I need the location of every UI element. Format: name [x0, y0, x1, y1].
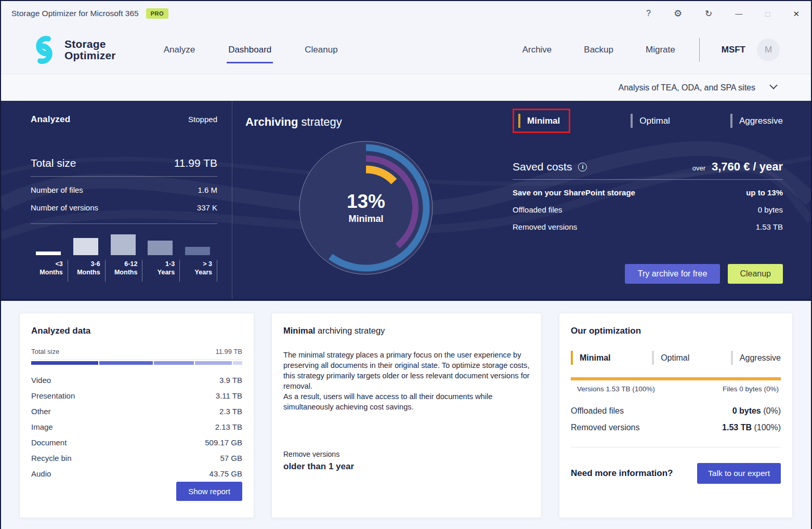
- age-bar-group: 3-6Months: [68, 231, 106, 282]
- stat-label: Number of files: [31, 186, 83, 194]
- strategy-tab-aggressive[interactable]: Aggressive: [731, 351, 781, 365]
- optimization-progress-bar: [571, 377, 781, 380]
- strategy-tab-minimal[interactable]: Minimal: [571, 351, 611, 365]
- show-report-button[interactable]: Show report: [176, 482, 242, 501]
- close-button[interactable]: ✕: [793, 10, 800, 18]
- saved-costs-rows: Save on your SharePoint storageup to 13%…: [513, 188, 783, 231]
- nav-tab-dashboard[interactable]: Dashboard: [228, 45, 271, 55]
- tab-accent-bar: [652, 351, 654, 365]
- saved-costs-row-label: Save on your SharePoint storage: [513, 188, 635, 197]
- optimization-row-value: 0 bytes (0%): [732, 406, 781, 416]
- file-type-label: Audio: [31, 469, 51, 478]
- age-bar-label: 6-12Months: [106, 260, 143, 282]
- nav-tab-backup[interactable]: Backup: [584, 45, 613, 55]
- size-segment: [233, 361, 242, 365]
- site-selector[interactable]: Analysis of TEA, ODA, and SPA sites: [1, 74, 811, 101]
- help-button[interactable]: ?: [646, 9, 651, 18]
- divider: [31, 223, 217, 224]
- try-archive-button[interactable]: Try archive for free: [625, 264, 721, 284]
- file-type-label: Image: [31, 422, 53, 431]
- info-icon[interactable]: i: [578, 163, 587, 171]
- analysis-status: Stopped: [188, 115, 217, 124]
- tab-label: Minimal: [580, 353, 611, 363]
- optimization-row-label: Offloaded files: [571, 406, 624, 416]
- size-segment: [31, 361, 98, 365]
- strategy-tab-optimal[interactable]: Optimal: [652, 351, 689, 365]
- refresh-icon-button[interactable]: ↻: [705, 9, 712, 18]
- optimization-rows: Offloaded files0 bytes (0%)Removed versi…: [571, 406, 781, 432]
- saved-costs-row: Offloaded files0 bytes: [513, 205, 783, 214]
- hero-panel: Analyzed Stopped Total size 11.99 TB Num…: [1, 101, 811, 301]
- settings-icon-button[interactable]: ⚙: [674, 9, 682, 18]
- saved-costs-row: Removed versions1.53 TB: [513, 222, 783, 231]
- tab-accent-bar: [631, 114, 633, 128]
- age-bar: [36, 252, 61, 255]
- optimization-row: Removed versions1.53 TB (100%): [571, 423, 781, 432]
- analyzed-data-title: Analyzed data: [31, 326, 242, 336]
- file-type-row: Recycle bin57 GB: [31, 450, 242, 466]
- file-type-label: Presentation: [31, 391, 75, 400]
- age-bar-label: > 3Years: [180, 260, 217, 282]
- age-bar-group: > 3Years: [180, 231, 217, 282]
- file-type-size: 509.17 GB: [205, 438, 242, 447]
- analyzed-stat-row: Number of files1.6 M: [31, 186, 217, 194]
- tab-label: Aggressive: [740, 353, 781, 363]
- analyzed-panel: Analyzed Stopped Total size 11.99 TB Num…: [1, 101, 232, 299]
- nav-tab-cleanup[interactable]: Cleanup: [305, 45, 337, 55]
- strategy-description-title: Minimal archiving strategy: [283, 326, 530, 336]
- age-bar: [148, 241, 173, 255]
- cleanup-button[interactable]: Cleanup: [728, 264, 783, 284]
- tab-label: Aggressive: [739, 116, 783, 126]
- optimization-row-label: Removed versions: [571, 423, 640, 432]
- analyzed-stat-row: Number of versions337 K: [31, 203, 217, 212]
- saved-costs-amount: 3,760 € / year: [712, 160, 783, 174]
- analyzed-data-card: Analyzed data Total size 11.99 TB Video3…: [19, 313, 254, 518]
- age-bar-group: <3Months: [31, 231, 68, 282]
- saved-costs-row-value: 0 bytes: [758, 205, 783, 214]
- strategy-tab-minimal[interactable]: Minimal: [518, 114, 560, 128]
- strategy-description-text: The minimal strategy places a primary fo…: [283, 350, 530, 413]
- file-type-size: 3.9 TB: [219, 376, 242, 385]
- nav-tab-analyze[interactable]: Analyze: [164, 45, 195, 55]
- window-controls: ?⚙↻—□✕: [646, 9, 800, 18]
- nav-tab-archive[interactable]: Archive: [522, 45, 552, 55]
- age-bar-group: 1-3Years: [142, 231, 180, 282]
- minimize-button[interactable]: —: [735, 10, 742, 17]
- tab-label: Optimal: [661, 353, 689, 363]
- card-total-size-label: Total size: [31, 348, 59, 355]
- file-type-label: Video: [31, 376, 51, 385]
- total-size-label: Total size: [31, 157, 76, 169]
- nav-tab-migrate[interactable]: Migrate: [646, 45, 675, 55]
- avatar[interactable]: M: [757, 38, 780, 61]
- secondary-nav: ArchiveBackupMigrate: [522, 45, 675, 55]
- age-bar-label: 1-3Years: [142, 260, 180, 282]
- annotation-highlight-box: Minimal: [513, 109, 570, 133]
- file-type-label: Other: [31, 407, 51, 416]
- maximize-button[interactable]: □: [765, 10, 770, 18]
- saved-costs-panel: MinimalOptimalAggressive Saved costs i o…: [513, 101, 783, 299]
- strategy-tab-optimal[interactable]: Optimal: [631, 114, 670, 128]
- age-bar: [185, 247, 210, 255]
- size-breakdown-bar: [31, 361, 242, 365]
- strategy-tab-aggressive[interactable]: Aggressive: [730, 114, 783, 128]
- talk-to-expert-button[interactable]: Talk to our expert: [697, 463, 781, 484]
- dashboard-cards: Analyzed data Total size 11.99 TB Video3…: [1, 301, 811, 529]
- optimization-tabs: MinimalOptimalAggressive: [571, 351, 781, 365]
- need-info-label: Need more information?: [571, 468, 673, 479]
- total-size-value: 11.99 TB: [174, 157, 217, 169]
- chevron-down-icon: [769, 81, 778, 89]
- saved-costs-row-value: 1.53 TB: [756, 222, 783, 231]
- tab-accent-bar: [731, 351, 733, 365]
- saved-costs-row-label: Offloaded files: [513, 205, 562, 214]
- file-type-row: Image2.13 TB: [31, 419, 242, 434]
- age-bar-label: 3-6Months: [68, 260, 106, 282]
- tab-accent-bar: [730, 114, 732, 128]
- pro-badge: PRO: [146, 8, 168, 19]
- file-type-row: Audio43.75 GB: [31, 466, 242, 481]
- optimization-row: Offloaded files0 bytes (0%): [571, 406, 781, 416]
- saved-costs-row: Save on your SharePoint storageup to 13%: [513, 188, 783, 197]
- tab-label: Minimal: [527, 116, 560, 126]
- stat-label: Number of versions: [31, 203, 98, 212]
- tenant-label[interactable]: MSFT: [722, 45, 745, 55]
- versions-split-label: Versions 1.53 TB (100%): [577, 385, 655, 393]
